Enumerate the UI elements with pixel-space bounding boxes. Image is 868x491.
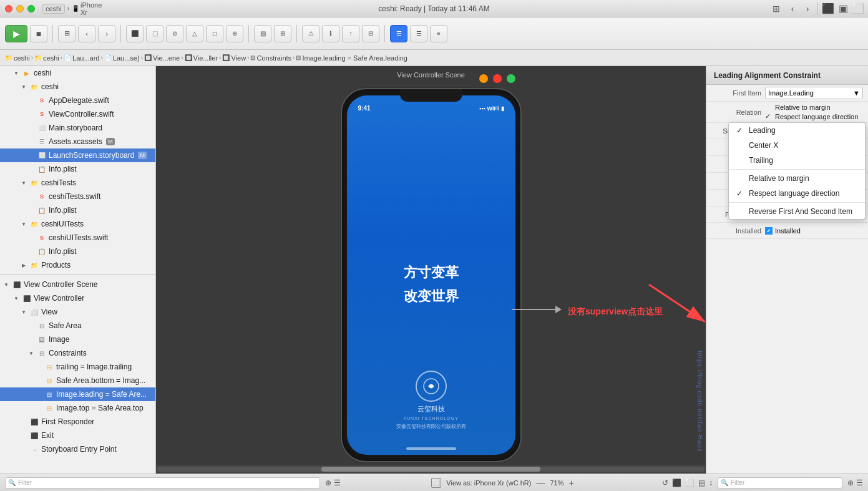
- bottom-layout3-icon[interactable]: ▤: [698, 479, 705, 487]
- sidebar-item-products[interactable]: ▶ 📁 Products: [0, 258, 155, 272]
- grid-view-btn[interactable]: ⊞: [58, 25, 76, 42]
- breadcrumb-constraints[interactable]: ⊟ Constraints: [250, 54, 291, 62]
- sidebar-item-ceshi[interactable]: ▼ 📁 ceshi: [0, 80, 155, 94]
- scheme-icon[interactable]: ⊞: [770, 2, 783, 15]
- scene-view[interactable]: ▼ ⬜ View: [0, 305, 155, 319]
- iphone-logo: 云玺科技 YUNXI TECHNOLOGY 安徽云玺科技有限公司版权所有: [347, 371, 515, 430]
- wifi-icon: WiFi: [487, 105, 499, 112]
- iphone-text2: 改变世界: [404, 287, 459, 306]
- tool2-btn[interactable]: ⬚: [146, 25, 163, 42]
- nav-forward-btn[interactable]: ›: [98, 25, 115, 42]
- breadcrumb-ceshi2[interactable]: 📁 ceshi: [34, 54, 59, 62]
- installed-checkbox[interactable]: ✓: [765, 227, 773, 235]
- sidebar-item-ceshiuitests-swift[interactable]: S ceshiUITests.swift: [0, 231, 155, 245]
- sidebar-item-main-storyboard[interactable]: ⬜ Main.storyboard: [0, 121, 155, 135]
- bottom-icon-4[interactable]: ☰: [856, 479, 863, 487]
- tool6-btn[interactable]: ⊕: [226, 25, 243, 42]
- minimize-button[interactable]: [16, 5, 24, 12]
- maximize-button[interactable]: [27, 5, 35, 12]
- info-btn[interactable]: ℹ: [322, 25, 339, 42]
- scene-vc[interactable]: ▼ ⬛ View Controller: [0, 291, 155, 305]
- panel2-btn[interactable]: ☰: [410, 25, 427, 42]
- sidebar-item-ceshiuitests[interactable]: ▼ 📁 ceshiUITests: [0, 217, 155, 231]
- breadcrumb-lau1[interactable]: 📄 Lau...ard: [64, 54, 99, 62]
- constraint-trailing[interactable]: ⊟ trailing = Image.trailing: [0, 360, 155, 374]
- bottom-icon-3[interactable]: ⊕: [847, 479, 854, 487]
- breadcrumb-lau2[interactable]: 📄 Lau...se): [104, 54, 140, 62]
- bottom-icon-2[interactable]: ☰: [334, 479, 341, 487]
- respect-language-option[interactable]: ✓ Respect language direction: [765, 112, 863, 120]
- bottom-layout4-icon[interactable]: ↕: [709, 479, 713, 487]
- relative-to-margin-option[interactable]: Relative to margin: [765, 104, 863, 111]
- sidebar-label: Storyboard Entry Point: [41, 445, 117, 454]
- back-icon[interactable]: ‹: [788, 4, 797, 14]
- sidebar-item-assets[interactable]: ☰ Assets.xcassets M: [0, 135, 155, 148]
- tool7-btn[interactable]: ▤: [254, 25, 271, 42]
- dropdown-item-reverse[interactable]: ✓ Reverse First And Second Item: [729, 204, 865, 219]
- breadcrumb-ceshi1[interactable]: 📁 ceshi: [5, 54, 30, 62]
- sidebar-toggle-icon[interactable]: ⬛: [823, 4, 833, 14]
- navigator-icon[interactable]: ⬜: [853, 4, 863, 14]
- panel1-btn[interactable]: ☰: [390, 25, 407, 42]
- sidebar-item-info3-plist[interactable]: 📋 Info.plist: [0, 245, 155, 258]
- zoom-minus-button[interactable]: —: [536, 478, 545, 488]
- tool8-btn[interactable]: ⊞: [274, 25, 291, 42]
- scene-first-responder[interactable]: ⬛ First Responder: [0, 415, 155, 429]
- hscroll-track[interactable]: [157, 467, 705, 472]
- constraint-top[interactable]: ⊟ Image.top = Safe Area.top: [0, 401, 155, 415]
- breadcrumb-sep-6: ›: [219, 54, 221, 61]
- panel3-btn[interactable]: ≡: [430, 25, 447, 42]
- close-button[interactable]: [5, 5, 12, 12]
- sidebar-item-viewcontroller[interactable]: S ViewController.swift: [0, 107, 155, 121]
- zoom-plus-button[interactable]: +: [568, 478, 573, 488]
- sidebar-item-ceshi-root[interactable]: ▼ ▶ ceshi: [0, 66, 155, 80]
- bottom-layout1-icon[interactable]: ⬛: [672, 479, 681, 487]
- dropdown-item-centerx[interactable]: ✓ Center X: [729, 138, 865, 153]
- tool4-btn[interactable]: △: [186, 25, 203, 42]
- dropdown-item-relative-margin[interactable]: ✓ Relative to margin: [729, 171, 865, 186]
- run-button[interactable]: ▶: [5, 25, 27, 42]
- sidebar-item-ceshitests-swift[interactable]: S ceshiTests.swift: [0, 190, 155, 203]
- canvas-content[interactable]: View Controller Scene 9:41: [156, 66, 706, 465]
- bottom-layout2-icon[interactable]: ⬜: [685, 479, 695, 487]
- tool1-btn[interactable]: ⬛: [126, 25, 144, 42]
- canvas-toggle-button[interactable]: ⬜: [431, 478, 441, 488]
- breadcrumb-vie2[interactable]: 🔲 Vie...ller: [185, 54, 218, 62]
- scene-constraints[interactable]: ▼ ⊟ Constraints: [0, 346, 155, 360]
- sidebar-item-appdelegate[interactable]: S AppDelegate.swift: [0, 94, 155, 107]
- tool5-btn[interactable]: ◻: [206, 25, 223, 42]
- dropdown-item-respect-lang[interactable]: ✓ Respect language direction: [729, 186, 865, 201]
- sidebar-item-info2-plist[interactable]: 📋 Info.plist: [0, 203, 155, 217]
- right-filter[interactable]: 🔍 Filter: [718, 477, 842, 489]
- breadcrumb-view[interactable]: 🔲 View: [222, 54, 246, 62]
- layout-btn[interactable]: ⊟: [362, 25, 379, 42]
- bottom-refresh-icon[interactable]: ↺: [662, 479, 668, 487]
- hscroll-thumb[interactable]: [321, 467, 540, 472]
- scene-exit[interactable]: ⬛ Exit: [0, 429, 155, 442]
- breadcrumb-constraint-item[interactable]: ⊟ Image.leading = Safe Area.leading: [296, 54, 407, 62]
- first-item-select[interactable]: Image.Leading ▼: [765, 87, 863, 99]
- warning-btn[interactable]: ⚠: [302, 25, 319, 42]
- tool3-btn[interactable]: ⊘: [166, 25, 183, 42]
- sidebar-item-info-plist[interactable]: 📋 Info.plist: [0, 162, 155, 176]
- sidebar-item-launchscreen[interactable]: ⬜ LaunchScreen.storyboard M: [0, 148, 155, 162]
- forward-icon[interactable]: ›: [802, 4, 812, 14]
- stop-button[interactable]: ■: [30, 25, 47, 42]
- constraint-bottom[interactable]: ⊟ Safe Area.bottom = Imag...: [0, 374, 155, 387]
- scene-image[interactable]: 🖼 Image: [0, 333, 155, 346]
- bottom-icon-1[interactable]: ⊕: [325, 479, 331, 487]
- assistant-icon[interactable]: ▣: [838, 4, 848, 14]
- traffic-lights[interactable]: [5, 5, 35, 12]
- constraint-leading[interactable]: ⊟ Image.leading = Safe Are...: [0, 387, 155, 401]
- scene-tree-root[interactable]: ▼ ⬛ View Controller Scene: [0, 278, 155, 291]
- dropdown-item-leading[interactable]: ✓ Leading: [729, 123, 865, 138]
- scene-storyboard-entry[interactable]: → Storyboard Entry Point: [0, 442, 155, 456]
- share-btn[interactable]: ↑: [342, 25, 359, 42]
- dropdown-item-trailing[interactable]: ✓ Trailing: [729, 153, 865, 168]
- scene-safearea[interactable]: ⊟ Safe Area: [0, 319, 155, 333]
- nav-back-btn[interactable]: ‹: [78, 25, 95, 42]
- breadcrumb-vie1[interactable]: 🔲 Vie...ene: [144, 54, 180, 62]
- left-filter[interactable]: 🔍 Filter: [5, 477, 320, 489]
- canvas-hscroll[interactable]: [156, 465, 706, 474]
- sidebar-item-ceshitests[interactable]: ▼ 📁 ceshiTests: [0, 176, 155, 190]
